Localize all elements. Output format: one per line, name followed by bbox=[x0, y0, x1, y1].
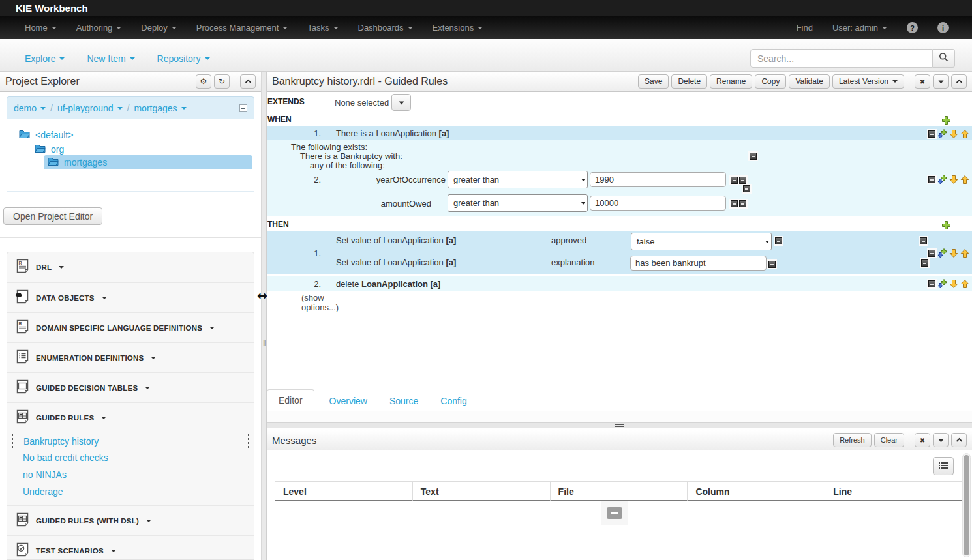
list-view-button[interactable] bbox=[933, 457, 954, 475]
asset-underage[interactable]: Underage bbox=[7, 483, 254, 500]
remove-row-icon[interactable] bbox=[928, 250, 935, 257]
column-header-line[interactable]: Line bbox=[825, 481, 962, 501]
condition-value-input[interactable] bbox=[590, 172, 726, 187]
info-icon[interactable]: i bbox=[937, 22, 949, 33]
close-editor-button[interactable]: ✖ bbox=[915, 74, 930, 89]
add-condition-button[interactable] bbox=[941, 115, 951, 125]
nav-deploy[interactable]: Deploy bbox=[141, 23, 176, 33]
copy-button[interactable]: Copy bbox=[755, 74, 786, 89]
action-value-select[interactable]: false bbox=[631, 233, 772, 250]
nav-tasks[interactable]: Tasks bbox=[307, 23, 338, 33]
section-enumeration-definitions[interactable]: ENUMERATION DEFINITIONS bbox=[7, 342, 254, 372]
condition-value-input[interactable] bbox=[590, 196, 726, 211]
tree-item-default[interactable]: <default> bbox=[19, 128, 73, 142]
asset-no-ninjas[interactable]: no NINJAs bbox=[7, 466, 254, 483]
remove-field-icon[interactable] bbox=[739, 177, 746, 184]
refresh-button[interactable]: ↻ bbox=[214, 74, 230, 89]
section-test-scenarios[interactable]: TEST SCENARIOS bbox=[7, 535, 254, 560]
remove-action-icon[interactable] bbox=[921, 259, 928, 267]
tree-item-mortgages[interactable]: mortgages bbox=[44, 155, 252, 169]
add-below-icon[interactable] bbox=[937, 248, 947, 258]
tab-editor[interactable]: Editor bbox=[267, 389, 314, 411]
settings-button[interactable]: ⚙ bbox=[196, 74, 211, 89]
column-header-level[interactable]: Level bbox=[275, 481, 412, 501]
search-input[interactable] bbox=[750, 49, 933, 68]
search-button[interactable] bbox=[933, 49, 955, 68]
open-project-editor-button[interactable]: Open Project Editor bbox=[3, 207, 102, 225]
asset-no-bad-credit-checks[interactable]: No bad credit checks bbox=[7, 449, 254, 466]
section-drl[interactable]: RDRL bbox=[7, 252, 254, 282]
nav-authoring[interactable]: Authoring bbox=[76, 23, 122, 33]
refresh-messages-button[interactable]: Refresh bbox=[833, 433, 872, 447]
explore-menu[interactable]: Explore bbox=[25, 53, 65, 64]
breadcrumb-repo[interactable]: demo bbox=[14, 103, 46, 113]
nav-dashboards[interactable]: Dashboards bbox=[358, 23, 413, 33]
move-up-icon[interactable] bbox=[960, 175, 969, 184]
nav-extensions[interactable]: Extensions bbox=[433, 23, 483, 33]
collapse-messages-button[interactable] bbox=[951, 433, 967, 447]
remove-pattern-icon[interactable] bbox=[750, 153, 757, 160]
collapse-all-icon[interactable] bbox=[239, 104, 247, 112]
version-dropdown-button[interactable]: Latest Version bbox=[832, 74, 904, 89]
operator-select[interactable]: greater than bbox=[448, 171, 588, 188]
repository-menu[interactable]: Repository bbox=[157, 53, 210, 64]
nav-process-management[interactable]: Process Management bbox=[196, 23, 288, 33]
section-guided-decision-tables[interactable]: GUIDED DECISION TABLES bbox=[7, 372, 254, 402]
tab-overview[interactable]: Overview bbox=[318, 391, 378, 411]
edit-field-icon[interactable] bbox=[731, 177, 738, 184]
horizontal-splitter[interactable] bbox=[267, 422, 972, 428]
validate-button[interactable]: Validate bbox=[789, 74, 829, 89]
scrollbar-thumb[interactable] bbox=[964, 455, 969, 555]
save-button[interactable]: Save bbox=[638, 74, 669, 89]
remove-field-icon[interactable] bbox=[739, 200, 746, 207]
minimize-editor-button[interactable] bbox=[933, 74, 949, 89]
close-messages-button[interactable]: ✖ bbox=[915, 433, 930, 447]
messages-scrollbar[interactable] bbox=[962, 453, 971, 557]
column-header-file[interactable]: File bbox=[550, 481, 688, 501]
new-item-menu[interactable]: New Item bbox=[87, 53, 134, 64]
section-dsl-definitions[interactable]: RDOMAIN SPECIFIC LANGUAGE DEFINITIONS bbox=[7, 312, 254, 342]
move-down-icon[interactable] bbox=[949, 129, 958, 139]
add-below-icon[interactable] bbox=[937, 129, 947, 139]
rename-button[interactable]: Rename bbox=[710, 74, 752, 89]
add-below-icon[interactable] bbox=[937, 175, 947, 184]
clear-messages-button[interactable]: Clear bbox=[874, 433, 904, 447]
asset-bankruptcy-history[interactable]: Bankruptcy history bbox=[12, 434, 249, 449]
collapse-editor-button[interactable] bbox=[951, 74, 967, 89]
column-header-column[interactable]: Column bbox=[687, 481, 825, 501]
tab-config[interactable]: Config bbox=[429, 391, 478, 411]
remove-row-icon[interactable] bbox=[928, 280, 935, 287]
help-icon[interactable]: ? bbox=[907, 22, 918, 33]
tab-source[interactable]: Source bbox=[378, 391, 429, 411]
collapse-panel-button[interactable] bbox=[240, 74, 256, 89]
remove-row-icon[interactable] bbox=[928, 176, 935, 183]
add-below-icon[interactable] bbox=[937, 279, 947, 289]
move-down-icon[interactable] bbox=[949, 279, 958, 289]
action-value-input[interactable] bbox=[630, 256, 767, 271]
remove-field-icon[interactable] bbox=[775, 237, 782, 244]
operator-select[interactable]: greater than bbox=[448, 194, 588, 212]
vertical-splitter[interactable]: ↔ ‖ bbox=[261, 72, 267, 560]
breadcrumb-project[interactable]: uf-playground bbox=[57, 103, 123, 113]
section-data-objects[interactable]: DATA OBJECTS bbox=[7, 282, 254, 312]
show-options-link[interactable]: (show options...) bbox=[301, 293, 342, 312]
section-guided-rules-dsl[interactable]: GUIDED RULES (WITH DSL) bbox=[7, 505, 254, 535]
edit-field-icon[interactable] bbox=[731, 200, 738, 207]
move-up-icon[interactable] bbox=[960, 248, 969, 258]
remove-field-icon[interactable] bbox=[768, 261, 776, 268]
remove-action-icon[interactable] bbox=[920, 237, 927, 244]
tree-item-org[interactable]: org bbox=[35, 142, 64, 156]
breadcrumb-package[interactable]: mortgages bbox=[134, 103, 186, 113]
extends-dropdown-button[interactable] bbox=[391, 94, 411, 111]
delete-button[interactable]: Delete bbox=[671, 74, 707, 89]
remove-row-icon[interactable] bbox=[928, 130, 935, 138]
add-action-button[interactable] bbox=[941, 220, 951, 230]
nav-home[interactable]: Home bbox=[25, 23, 57, 33]
move-up-icon[interactable] bbox=[960, 129, 969, 139]
move-down-icon[interactable] bbox=[949, 175, 958, 184]
nav-find[interactable]: Find bbox=[797, 23, 813, 33]
nav-user-menu[interactable]: User: admin bbox=[832, 23, 887, 33]
connector-icon[interactable] bbox=[743, 185, 750, 192]
move-up-icon[interactable] bbox=[960, 279, 969, 289]
column-header-text[interactable]: Text bbox=[412, 481, 550, 501]
